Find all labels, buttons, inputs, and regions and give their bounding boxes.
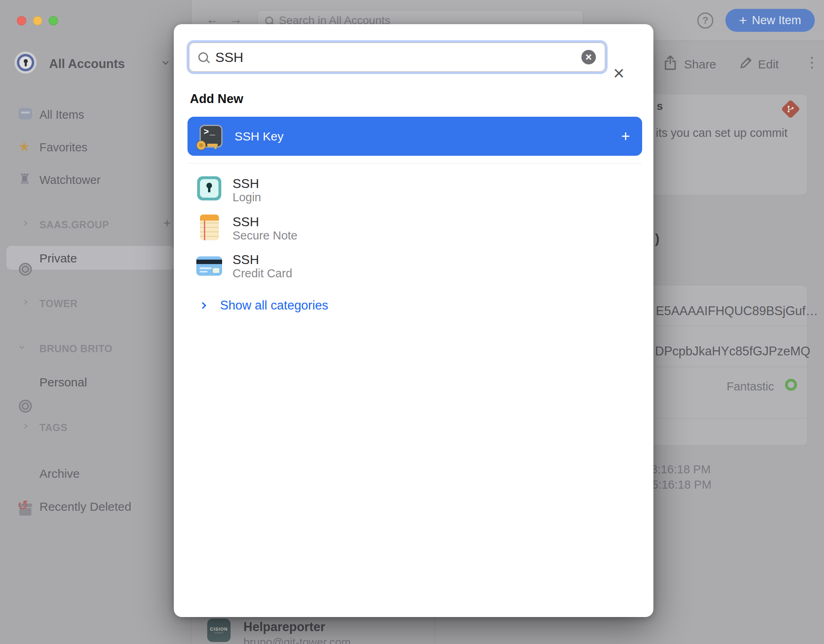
category-note-subtitle[interactable]: Secure Note (233, 229, 297, 242)
modal-search-input[interactable] (215, 50, 581, 65)
sidebar-item-recently-deleted[interactable]: Recently Deleted (39, 500, 131, 514)
pencil-icon (740, 56, 752, 69)
sidebar-group-tags[interactable]: TAGS (39, 422, 68, 433)
favorites-star-icon: ★ (18, 140, 30, 153)
section-heading-fragment: ) (655, 231, 659, 246)
add-vault-button[interactable]: + (163, 216, 171, 231)
category-login-title[interactable]: SSH (233, 176, 259, 191)
vault-dial-icon (19, 263, 32, 276)
category-note-title[interactable]: SSH (233, 215, 259, 229)
public-key-fragment[interactable]: E5AAAAIFHQUC89BSjGuf… (656, 304, 818, 318)
ssh-key-label: SSH Key (235, 130, 284, 143)
section-title: Add New (190, 92, 243, 106)
chevron-right-icon[interactable] (22, 221, 27, 226)
login-category-icon (197, 176, 221, 200)
card-title-fragment: s (657, 100, 663, 113)
secure-note-category-icon (200, 215, 219, 240)
ssh-key-action[interactable]: >_ SSH Key + (187, 117, 642, 156)
sidebar-group-tower[interactable]: TOWER (39, 298, 78, 310)
list-item-title[interactable]: Helpareporter (243, 620, 325, 634)
pane-divider (435, 617, 435, 644)
item-favicon: CISION H/A/R/O (207, 619, 231, 642)
window-close-button[interactable] (17, 16, 26, 25)
show-all-categories-link[interactable]: Show all categories (220, 298, 328, 313)
plus-icon: + (621, 128, 630, 145)
vault-dial-icon (19, 400, 32, 413)
sidebar-item-watchtower[interactable]: Watchtower (39, 173, 101, 187)
sidebar-item-all-items[interactable]: All Items (39, 108, 84, 122)
quick-add-dialog: × × Add New >_ SSH Key + SSH Login SSH S… (174, 24, 653, 617)
card-body-fragment: its you can set up commit (656, 126, 787, 140)
share-icon (664, 56, 676, 70)
share-button[interactable]: Share (684, 58, 716, 71)
sidebar-item-archive[interactable]: Archive (39, 467, 80, 481)
all-items-icon (19, 108, 32, 120)
account-switcher[interactable]: All Accounts (49, 57, 125, 71)
chevron-right-icon[interactable] (200, 302, 205, 310)
chevron-down-icon[interactable] (19, 344, 25, 349)
window-zoom-button[interactable] (49, 16, 58, 25)
timestamp-2: 5:16:18 PM (652, 478, 711, 491)
sidebar-item-private-selected[interactable] (6, 246, 175, 270)
sidebar-group-bruno-brito[interactable]: BRUNO BRITO (39, 343, 112, 355)
chevron-right-icon[interactable] (22, 299, 27, 305)
list-item-subtitle: bruno@git-tower.com (243, 636, 351, 644)
chevron-right-icon[interactable] (22, 423, 27, 429)
credit-card-category-icon (196, 256, 222, 276)
timestamp-1: 3:16:18 PM (651, 463, 711, 476)
close-dialog-button[interactable]: × (613, 64, 624, 83)
plus-icon: + (739, 12, 747, 28)
category-card-subtitle[interactable]: Credit Card (233, 267, 292, 280)
strength-indicator-icon (785, 379, 797, 391)
sidebar: All Accounts All Items ★ Favorites ♜ Wat… (0, 0, 192, 644)
modal-search-field[interactable]: × (187, 40, 608, 74)
ssh-key-terminal-icon: >_ (200, 125, 222, 148)
category-card-title[interactable]: SSH (233, 252, 259, 267)
new-item-button[interactable]: + New Item (725, 9, 815, 32)
help-button[interactable]: ? (697, 12, 713, 29)
new-item-label: New Item (752, 14, 801, 27)
sidebar-group-saas[interactable]: SAAS.GROUP (39, 219, 109, 231)
edit-button[interactable]: Edit (758, 58, 779, 71)
search-icon (198, 52, 208, 62)
fingerprint-fragment[interactable]: DPcpbJkaHYc85fGJPzeMQ (655, 344, 810, 359)
watchtower-icon: ♜ (19, 172, 31, 186)
sidebar-item-personal[interactable]: Personal (39, 376, 87, 389)
clear-search-button[interactable]: × (581, 50, 596, 64)
search-icon (265, 17, 273, 25)
sidebar-item-private-label: Private (39, 252, 77, 265)
category-login-subtitle[interactable]: Login (233, 191, 261, 204)
divider (187, 163, 642, 163)
onepassword-logo-icon (14, 52, 37, 74)
chevron-down-icon[interactable] (163, 59, 169, 65)
more-menu-button[interactable]: ⋮ (805, 54, 819, 71)
recently-deleted-icon: ↺ (17, 498, 29, 512)
sidebar-item-favorites[interactable]: Favorites (39, 141, 87, 154)
window-minimize-button[interactable] (33, 16, 42, 25)
password-strength-label: Fantastic (727, 380, 774, 393)
